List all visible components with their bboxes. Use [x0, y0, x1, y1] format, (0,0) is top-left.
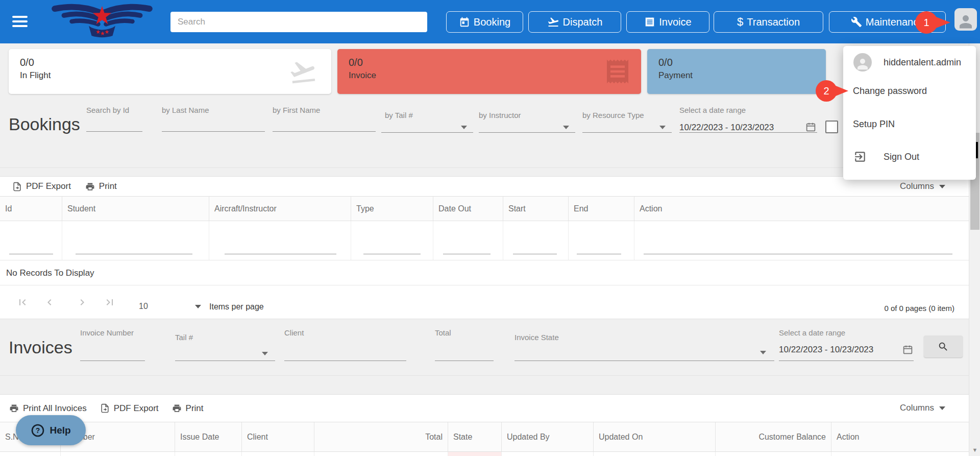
bookings-print-button[interactable]: Print — [85, 181, 117, 191]
bookings-filter-aircraft-instructor[interactable] — [209, 221, 351, 260]
pagination-next-page-button[interactable] — [76, 296, 89, 309]
chevron-down-icon[interactable] — [659, 126, 666, 129]
change-password-label: Change password — [853, 86, 927, 97]
pdf-export-icon — [100, 403, 110, 413]
invoices-filter-total-cell[interactable] — [314, 452, 448, 456]
print-all-invoices-label: Print All Invoices — [23, 403, 87, 414]
chevron-down-icon[interactable] — [262, 352, 268, 355]
company-logo-eagle: ★ ★ ★ — [47, 1, 157, 42]
pagination-last-page-button[interactable] — [103, 296, 116, 309]
bookings-col-date-out[interactable]: Date Out — [433, 197, 503, 221]
filter-search-by-id-input[interactable] — [86, 116, 142, 132]
invoices-filter-number[interactable] — [61, 452, 175, 456]
bookings-col-id[interactable]: Id — [0, 197, 62, 221]
help-label: Help — [50, 425, 70, 436]
filter-by-resource-type-select[interactable] — [582, 116, 672, 133]
menu-item-sign-out[interactable]: Sign Out — [843, 142, 976, 171]
invoices-filter-issue-date[interactable] — [175, 452, 242, 456]
pagination-first-page-button[interactable] — [16, 296, 29, 309]
filter-by-first-name-input[interactable] — [273, 116, 376, 132]
bookings-filter-action[interactable] — [634, 221, 969, 260]
pagination-summary: 0 of 0 pages (0 item) — [884, 304, 954, 313]
invoices-filter-updated-by[interactable] — [502, 452, 594, 456]
person-icon — [957, 12, 975, 31]
invoices-filter-client-input[interactable] — [284, 339, 406, 361]
bookings-col-aircraft-instructor[interactable]: Aircraft/Instructor — [209, 197, 351, 221]
invoices-col-updated-by[interactable]: Updated By — [502, 422, 594, 451]
printer-icon — [172, 403, 182, 413]
invoices-columns-label: Columns — [900, 403, 934, 413]
bookings-columns-dropdown[interactable]: Columns — [900, 181, 945, 191]
bookings-pdf-export-button[interactable]: PDF Export — [12, 181, 71, 191]
invoices-filter-state-cell[interactable] — [448, 452, 502, 456]
bookings-filter-student[interactable] — [62, 221, 209, 260]
nav-invoice-label: Invoice — [659, 16, 691, 28]
bookings-col-end[interactable]: End — [569, 197, 634, 221]
invoices-col-total[interactable]: Total — [314, 422, 448, 451]
bookings-filter-type[interactable] — [351, 221, 433, 260]
bookings-filter-end[interactable] — [569, 221, 634, 260]
top-navigation-bar: ★ ★ ★ Booking Dispatch Invoice $ Tran — [0, 0, 980, 43]
calendar-icon — [459, 16, 470, 28]
bookings-filter-id[interactable] — [0, 221, 62, 260]
bookings-col-student[interactable]: Student — [62, 197, 209, 221]
bookings-col-start[interactable]: Start — [503, 197, 569, 221]
invoices-col-action[interactable]: Action — [831, 422, 969, 451]
invoices-filter-updated-on[interactable] — [594, 452, 716, 456]
hamburger-menu-icon[interactable] — [12, 16, 28, 28]
invoices-pdf-export-button[interactable]: PDF Export — [100, 403, 159, 414]
chevron-down-icon[interactable] — [760, 351, 766, 354]
stat-card-payment: 0/0 Payment — [647, 49, 826, 94]
scrollbar-down-arrow[interactable]: ▼ — [969, 445, 980, 455]
svg-text:?: ? — [36, 426, 40, 435]
bookings-date-range-underline — [679, 116, 817, 133]
pagination-prev-page-button[interactable] — [43, 296, 56, 309]
invoices-filter-client-cell[interactable] — [242, 452, 314, 456]
invoices-col-issue-date[interactable]: Issue Date — [175, 422, 242, 451]
menu-item-setup-pin[interactable]: Setup PIN — [843, 110, 976, 138]
pagination-page-size-select[interactable]: 10 — [139, 302, 201, 311]
filter-invoice-number-input[interactable] — [80, 339, 145, 361]
chevron-down-icon[interactable] — [461, 126, 467, 129]
bookings-filter-start[interactable] — [503, 221, 569, 260]
bookings-date-checkbox[interactable] — [825, 121, 838, 133]
invoices-print-label: Print — [186, 403, 204, 414]
invoices-search-button[interactable] — [924, 335, 963, 357]
invoices-filter-tail-select[interactable] — [175, 339, 275, 361]
bookings-col-action[interactable]: Action — [634, 197, 969, 221]
invoices-col-state[interactable]: State — [448, 422, 502, 451]
invoices-filter-action[interactable] — [831, 452, 969, 456]
filter-by-tail-select[interactable] — [381, 116, 473, 133]
help-button[interactable]: ? Help — [16, 415, 86, 445]
invoices-col-client[interactable]: Client — [242, 422, 314, 451]
invoices-filter-sn[interactable] — [0, 452, 61, 456]
help-question-icon: ? — [31, 423, 45, 438]
stat-card-invoice: 0/0 Invoice — [337, 49, 641, 94]
search-input[interactable] — [170, 12, 427, 32]
nav-booking-button[interactable]: Booking — [446, 11, 523, 33]
stat-card-in-flight: 0/0 In Flight — [9, 49, 331, 94]
invoices-columns-dropdown[interactable]: Columns — [900, 403, 945, 413]
chevron-down-icon[interactable] — [563, 126, 569, 129]
invoices-filter-total-input[interactable] — [435, 339, 494, 361]
printer-icon — [9, 403, 19, 413]
chevron-right-icon — [76, 296, 88, 308]
nav-dispatch-button[interactable]: Dispatch — [528, 11, 621, 33]
user-menu-profile-item[interactable]: hiddentalent.admin — [843, 48, 976, 77]
invoices-filter-client-label: Client — [284, 328, 304, 337]
menu-item-change-password[interactable]: Change password — [843, 77, 976, 105]
invoices-filter-state-select[interactable] — [514, 339, 774, 361]
invoices-filter-customer-balance[interactable] — [716, 452, 831, 456]
filter-by-instructor-select[interactable] — [479, 116, 575, 133]
invoices-col-customer-balance[interactable]: Customer Balance — [716, 422, 831, 451]
bookings-col-type[interactable]: Type — [351, 197, 433, 221]
filter-by-last-name-input[interactable] — [162, 116, 265, 132]
print-all-invoices-button[interactable]: Print All Invoices — [9, 403, 87, 414]
bookings-filter-date-out[interactable] — [433, 221, 503, 260]
invoices-print-button[interactable]: Print — [172, 403, 204, 414]
nav-transaction-button[interactable]: $ Transaction — [714, 11, 823, 33]
user-avatar-button[interactable] — [954, 8, 977, 31]
app-canvas: ★ ★ ★ Booking Dispatch Invoice $ Tran — [0, 0, 980, 456]
invoices-col-updated-on[interactable]: Updated On — [594, 422, 716, 451]
nav-invoice-button[interactable]: Invoice — [626, 11, 709, 33]
